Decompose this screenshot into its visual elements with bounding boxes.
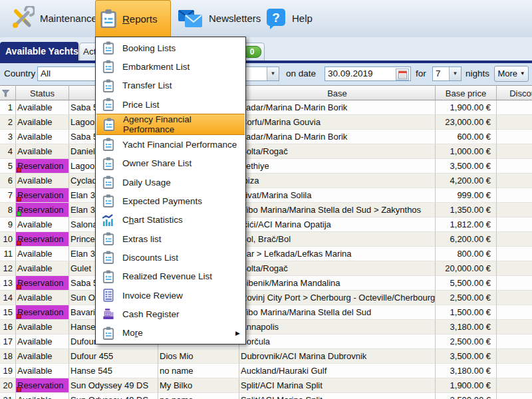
table-row[interactable]: 12 Available Gulet Šolta/Rogač 20,000.00… — [0, 261, 532, 276]
table-row[interactable]: 11 Available Elan 340 Bar > Lefkada/Lefk… — [0, 247, 532, 261]
date-input[interactable]: 30.09.2019 — [325, 66, 411, 81]
status-marker-icon — [17, 387, 21, 392]
menu-item[interactable]: Owner Share List ▶ — [96, 154, 245, 173]
table-row[interactable]: 15 Reservation Bavaria 46 Vibo Marina/Ma… — [0, 305, 532, 320]
help-label: Help — [292, 13, 313, 24]
table-row[interactable]: 10 Reservation Princess Bol, Brač/Bol 6,… — [0, 232, 532, 247]
chevron-down-icon[interactable]: ▼ — [267, 67, 279, 80]
chevron-down-icon: ▼ — [520, 70, 525, 76]
tab-available-yachts[interactable]: Available Yachts — [0, 42, 78, 61]
base-cell: Annapolis — [239, 320, 436, 334]
table-row[interactable]: 20 Reservation Sun Odyssey 49 DS My Bilk… — [0, 378, 532, 393]
table-row[interactable]: 16 Available Hanse 545 Annapolis 3,180.0… — [0, 320, 532, 334]
menu-item[interactable]: Realized Revenue List ▶ — [96, 267, 245, 286]
table-row[interactable]: 7 Reservation Elan 340 Tivat/Marina Soli… — [0, 188, 532, 203]
menu-item-label: More — [122, 328, 143, 338]
base-price-cell: 2,500.00 € — [436, 291, 497, 305]
column-header-base-price[interactable]: Base price — [436, 85, 497, 100]
nights-select[interactable]: 7 ▼ — [432, 66, 462, 81]
chevron-down-icon[interactable]: ▼ — [449, 67, 461, 80]
base-cell: Šolta/Rogač — [239, 261, 436, 276]
column-header-discount[interactable]: Discount — [497, 85, 532, 100]
reports-button[interactable]: Reports — [95, 0, 171, 37]
status-cell: Available — [16, 174, 69, 188]
discount-cell — [497, 144, 532, 159]
table-row[interactable]: 18 Available Dufour 455 Dios Mio Dubrovn… — [0, 349, 532, 364]
menu-item-label: Price List — [122, 100, 160, 110]
menu-item[interactable]: More ▶ — [96, 324, 245, 342]
base-cell: Bar > Lefkada/Lefkas Marina — [239, 247, 436, 261]
discount-cell — [497, 188, 532, 203]
table-row[interactable]: 6 Available Cyclades 50.5 Ibiza 4,200.00… — [0, 174, 532, 188]
table-row[interactable]: 3 Available Saba 50 Zadar/Marina D-Marin… — [0, 130, 532, 144]
discount-cell — [497, 100, 532, 115]
menu-item[interactable]: Discounts List ▶ — [96, 248, 245, 267]
table-row[interactable]: 5 Reservation Lagoon 450 Fethiye 3,500.0… — [0, 159, 532, 174]
table-row[interactable]: 9 Available Salona 44 Ičići/ACI Marina O… — [0, 217, 532, 232]
for-label: for — [416, 68, 426, 78]
menu-item[interactable]: Daily Usage ▶ — [96, 173, 245, 192]
submenu-arrow-icon: ▶ — [235, 330, 240, 336]
menu-item[interactable]: Agency Financial Performance ▶ — [96, 114, 245, 135]
envelope-icon — [177, 8, 203, 29]
row-number-cell: 9 — [0, 217, 16, 232]
row-number-cell: 10 — [0, 232, 16, 247]
newsletters-button[interactable]: Newsletters — [173, 0, 265, 37]
base-price-cell: 1,900.00 € — [436, 378, 497, 393]
base-cell: Korčula — [239, 334, 436, 349]
menu-item[interactable]: Invoice Review ▶ — [96, 286, 245, 305]
calendar-button[interactable] — [396, 68, 409, 80]
status-cell: Reservation — [16, 276, 69, 291]
column-header-base[interactable]: Base — [239, 85, 436, 100]
table-row[interactable]: 4 Available Daniela Šolta/Rogač 1,000.00… — [0, 144, 532, 159]
table-row[interactable]: 2 Available Lagoon 450 Corfu/Marina Gouv… — [0, 115, 532, 130]
row-number-cell: 13 — [0, 276, 16, 291]
menu-item-label: Transfer List — [122, 80, 172, 90]
menu-item-label: Owner Share List — [122, 158, 192, 168]
menu-item[interactable]: Chart Statistics ▶ — [96, 211, 245, 229]
base-cell: Ičići/ACI Marina Opatija — [239, 217, 436, 232]
menu-item-icon — [102, 98, 114, 111]
menu-item[interactable]: Cash Register ▶ — [96, 305, 245, 323]
base-price-cell: 3,180.00 € — [436, 320, 497, 334]
menu-item[interactable]: Booking Lists ▶ — [96, 39, 245, 57]
status-cell: Reservation — [16, 188, 69, 203]
tab-label: Act — [83, 47, 96, 57]
status-label: Reservation — [17, 190, 63, 200]
menu-item[interactable]: Transfer List ▶ — [96, 76, 245, 95]
maintenance-button[interactable]: Maintenance — [5, 0, 101, 37]
table-row[interactable]: 13 Reservation Saba 50 Šibenik/Marina Ma… — [0, 276, 532, 291]
discount-cell — [497, 291, 532, 305]
table-row[interactable]: 8 Reservation Elan 340 Vibo Marina/Marin… — [0, 203, 532, 217]
base-price-cell: 1,812.00 € — [436, 217, 497, 232]
base-cell: Vibo Marina/Marina Stella del Sud — [239, 305, 436, 320]
table-row[interactable]: 21 Available Sun Odyssey 49 DS no name S… — [0, 393, 532, 399]
column-header-status[interactable]: Status — [16, 85, 69, 100]
menu-item[interactable]: Price List ▶ — [96, 95, 245, 114]
table-row[interactable]: 19 Available Hanse 545 no name Auckland/… — [0, 364, 532, 378]
row-number-cell: 1 — [0, 100, 16, 115]
help-button[interactable]: ? Help — [261, 0, 317, 37]
menu-item[interactable]: Embarkment List ▶ — [96, 57, 245, 76]
base-cell: Šibenik/Marina Mandalina — [239, 276, 436, 291]
menu-item[interactable]: Expected Payments ▶ — [96, 192, 245, 210]
country-value: All — [41, 68, 51, 78]
discount-cell — [497, 159, 532, 174]
table-row[interactable]: 14 Available Sun Odyssey Rovinj City Por… — [0, 291, 532, 305]
menu-item-label: Yacht Financial Performance — [122, 140, 237, 150]
status-marker-icon — [17, 168, 21, 172]
table-row[interactable]: 1 Available Saba 50 Zadar/Marina D-Marin… — [0, 100, 532, 115]
table-row[interactable]: 17 Available Dufour 455 Korčula 2,500.00… — [0, 334, 532, 349]
column-header-num[interactable] — [0, 85, 16, 100]
menu-item-icon — [102, 176, 114, 189]
menu-item[interactable]: Yacht Financial Performance ▶ — [96, 135, 245, 154]
more-filters-button[interactable]: More ▼ — [494, 66, 529, 82]
row-number-cell: 8 — [0, 203, 16, 217]
status-label: Available — [17, 249, 53, 259]
base-price-cell: 1,900.00 € — [436, 100, 497, 115]
status-label: Available — [17, 132, 53, 142]
menu-item[interactable]: Extras list ▶ — [96, 229, 245, 248]
menu-item-label: Expected Payments — [122, 196, 202, 206]
discount-cell — [497, 276, 532, 291]
status-label: Available — [17, 219, 53, 229]
